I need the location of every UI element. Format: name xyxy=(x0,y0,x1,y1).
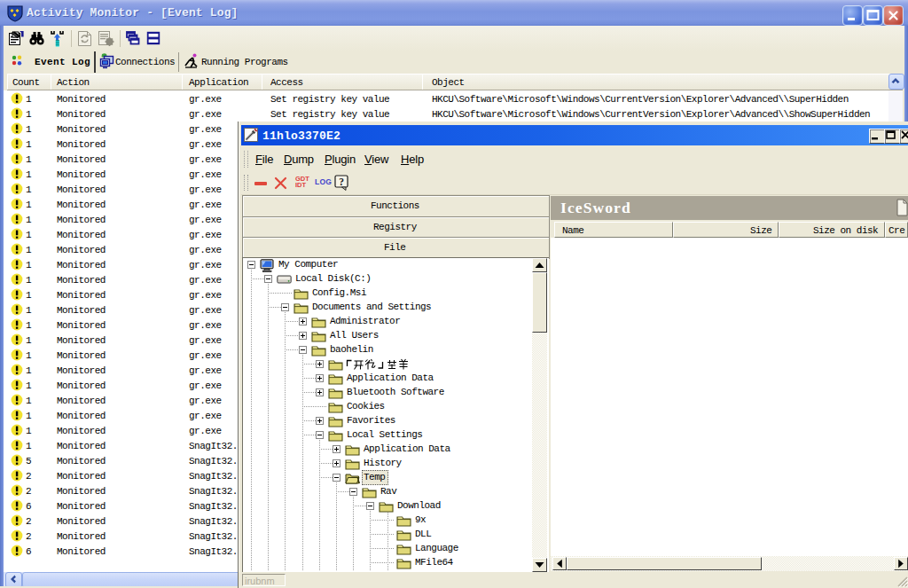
svg-text:?: ? xyxy=(339,176,344,187)
